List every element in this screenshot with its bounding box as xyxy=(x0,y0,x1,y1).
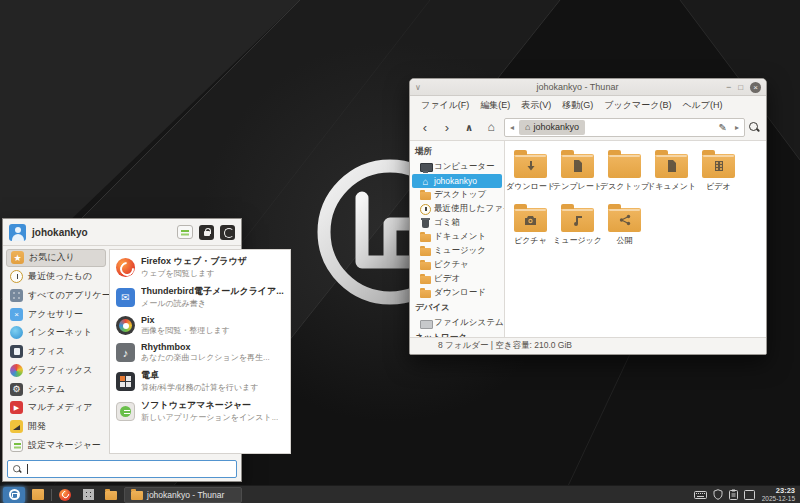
play-icon: ▶ xyxy=(10,401,23,414)
app-software-manager[interactable]: ソフトウェアマネージャー 新しいアプリケーションをインスト... xyxy=(112,396,288,426)
category-internet[interactable]: インターネット xyxy=(6,324,106,342)
menu-search-field[interactable] xyxy=(7,460,237,478)
category-settings-manager[interactable]: 設定マネージャー xyxy=(6,436,106,454)
category-favorites[interactable]: ★ お気に入り xyxy=(6,249,106,267)
folder-public[interactable]: 公開 xyxy=(601,202,648,246)
category-recent[interactable]: 最近使ったもの xyxy=(6,268,106,286)
status-text: 8 フォルダー | 空き容量: 210.0 GiB xyxy=(438,340,572,352)
taskbar-window-button[interactable]: johokankyo - Thunar xyxy=(124,487,242,503)
app-rhythmbox[interactable]: ♪ Rhythmbox あなたの楽曲コレクションを再生... xyxy=(112,339,288,366)
folder-documents[interactable]: ドキュメント xyxy=(648,148,695,192)
lock-screen-button[interactable] xyxy=(199,225,214,240)
sidebar-item-computer[interactable]: コンピューター xyxy=(412,160,502,174)
shield-icon[interactable] xyxy=(713,489,723,500)
breadcrumb-scroll-right-icon[interactable]: ▸ xyxy=(732,123,742,132)
category-graphics[interactable]: グラフィックス xyxy=(6,361,106,379)
breadcrumb-scroll-left-icon[interactable]: ◂ xyxy=(507,123,517,132)
music-note-icon: ♪ xyxy=(116,343,135,362)
close-button[interactable]: × xyxy=(750,82,761,93)
firefox-icon xyxy=(59,489,71,501)
menu-view[interactable]: 表示(V) xyxy=(516,97,556,114)
sidebar-item-documents[interactable]: ドキュメント xyxy=(412,230,502,244)
window-indicator-icon[interactable] xyxy=(744,490,755,500)
category-office[interactable]: オフィス xyxy=(6,343,106,361)
thunar-menubar: ファイル(F) 編集(E) 表示(V) 移動(G) ブックマーク(B) ヘルプ(… xyxy=(410,96,766,114)
forward-button[interactable]: › xyxy=(438,118,456,136)
download-arrow-icon xyxy=(525,160,537,172)
thunar-sidebar: 場所 コンピューター ⌂ johokankyo デスクトップ 最近使用したファイ… xyxy=(410,141,505,337)
sidebar-item-music[interactable]: ミュージック xyxy=(412,244,502,258)
apps-launcher[interactable] xyxy=(78,487,98,503)
app-calculator[interactable]: 電卓 算術/科学/財務の計算を行います xyxy=(112,366,288,396)
minimize-button[interactable]: − xyxy=(726,83,731,92)
menu-bookmarks[interactable]: ブックマーク(B) xyxy=(599,97,676,114)
maximize-button[interactable]: □ xyxy=(738,83,743,92)
folder-music[interactable]: ミュージック xyxy=(554,202,601,246)
folder-templates[interactable]: テンプレート xyxy=(554,148,601,192)
clipboard-icon[interactable] xyxy=(729,489,738,500)
sidebar-item-home[interactable]: ⌂ johokankyo xyxy=(412,174,502,188)
folder-icon xyxy=(420,274,431,285)
home-button[interactable]: ⌂ xyxy=(482,118,500,136)
logout-button[interactable] xyxy=(220,225,235,240)
menu-go[interactable]: 移動(G) xyxy=(557,97,598,114)
menu-search-area xyxy=(3,457,241,481)
calculator-icon xyxy=(116,372,135,391)
mint-menu-button[interactable] xyxy=(3,487,25,503)
breadcrumb-current[interactable]: ⌂ johokankyo xyxy=(519,120,585,135)
gear-icon: ⚙ xyxy=(10,383,23,396)
up-button[interactable]: ∧ xyxy=(460,118,478,136)
folder-icon xyxy=(420,190,431,201)
sidebar-item-pictures[interactable]: ピクチャ xyxy=(412,258,502,272)
computer-icon xyxy=(420,162,431,173)
sidebar-item-filesystem[interactable]: ファイルシステム xyxy=(412,316,502,330)
category-all-applications[interactable]: すべてのアプリケーション xyxy=(6,287,106,305)
file-list[interactable]: ダウンロード テンプレート デスクトップ ドキュメント xyxy=(505,141,766,337)
path-bar[interactable]: ◂ ⌂ johokankyo ✎ ▸ xyxy=(504,118,745,137)
edit-path-icon[interactable]: ✎ xyxy=(716,122,730,133)
home-icon: ⌂ xyxy=(525,122,530,132)
folder-pictures[interactable]: ピクチャ xyxy=(507,202,554,246)
folder-icon xyxy=(420,260,431,271)
category-development[interactable]: 開発 xyxy=(6,418,106,436)
taskbar: johokankyo - Thunar 23:23 2025-12-15 xyxy=(0,485,800,503)
category-accessories[interactable]: × アクセサリー xyxy=(6,305,106,323)
menu-file[interactable]: ファイル(F) xyxy=(416,97,474,114)
favorites-app-list: Firefox ウェブ・ブラウザ ウェブを閲覧します ✉ Thunderbird… xyxy=(109,249,291,454)
app-firefox[interactable]: Firefox ウェブ・ブラウザ ウェブを閲覧します xyxy=(112,252,288,282)
category-multimedia[interactable]: ▶ マルチメディア xyxy=(6,399,106,417)
trash-icon xyxy=(420,218,431,229)
category-system[interactable]: ⚙ システム xyxy=(6,380,106,398)
sidebar-item-trash[interactable]: ゴミ箱 xyxy=(412,216,502,230)
sidebar-item-downloads[interactable]: ダウンロード xyxy=(412,286,502,300)
clock-icon xyxy=(10,270,23,283)
sidebar-item-videos[interactable]: ビデオ xyxy=(412,272,502,286)
sidebar-item-desktop[interactable]: デスクトップ xyxy=(412,188,502,202)
firefox-launcher[interactable] xyxy=(55,487,75,503)
app-pix[interactable]: Pix 画像を閲覧・整理します xyxy=(112,312,288,339)
username: johokankyo xyxy=(32,227,171,238)
folder-icon xyxy=(608,154,641,178)
folder-videos[interactable]: ビデオ xyxy=(695,148,742,192)
system-tray xyxy=(694,489,755,500)
folder-icon xyxy=(514,154,547,178)
file-manager-launcher[interactable] xyxy=(101,487,121,503)
search-icon[interactable] xyxy=(749,122,760,133)
sidebar-item-recent[interactable]: 最近使用したファイル xyxy=(412,202,502,216)
app-thunderbird[interactable]: ✉ Thunderbird電子メールクライア... メールの読み書き xyxy=(112,282,288,312)
keyboard-indicator-icon[interactable] xyxy=(694,490,707,500)
folder-downloads[interactable]: ダウンロード xyxy=(507,148,554,192)
separator xyxy=(51,489,52,501)
back-button[interactable]: ‹ xyxy=(416,118,434,136)
menu-edit[interactable]: 編集(E) xyxy=(475,97,515,114)
folder-desktop[interactable]: デスクトップ xyxy=(601,148,648,192)
text-cursor xyxy=(27,464,28,474)
settings-manager-button[interactable] xyxy=(177,225,193,239)
clock[interactable]: 23:23 2025-12-15 xyxy=(762,487,797,503)
menu-help[interactable]: ヘルプ(H) xyxy=(677,97,727,114)
folder-icon xyxy=(514,208,547,232)
thunar-titlebar[interactable]: ∨ johokankyo - Thunar − □ × xyxy=(410,79,766,96)
window-menu-icon[interactable]: ∨ xyxy=(415,83,429,92)
user-avatar[interactable] xyxy=(9,224,26,241)
show-desktop-button[interactable] xyxy=(28,487,48,503)
